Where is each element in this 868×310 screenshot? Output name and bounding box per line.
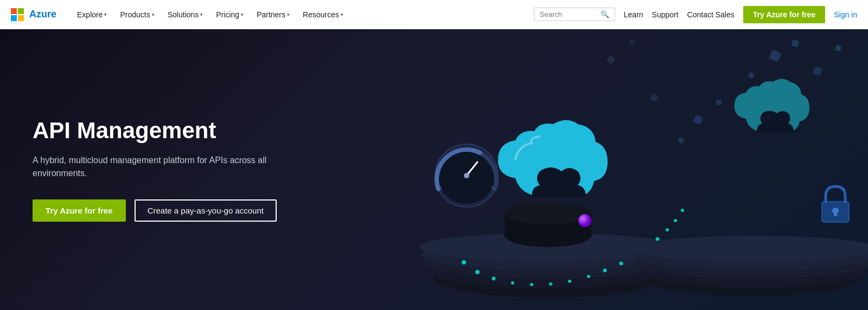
chevron-down-icon: ▾ bbox=[241, 12, 244, 17]
svg-rect-47 bbox=[716, 99, 722, 106]
nav-explore[interactable]: Explore ▾ bbox=[72, 7, 112, 22]
svg-rect-6 bbox=[629, 40, 635, 46]
logo-group[interactable]: Azure bbox=[11, 8, 56, 21]
svg-point-14 bbox=[505, 203, 591, 224]
hero-subtitle: A hybrid, multicloud management platform… bbox=[33, 154, 304, 180]
navbar: Azure Explore ▾ Products ▾ Solutions ▾ P… bbox=[0, 0, 868, 29]
svg-point-22 bbox=[587, 275, 590, 278]
pay-as-you-go-button[interactable]: Create a pay-as-you-go account bbox=[135, 199, 277, 222]
chevron-down-icon: ▾ bbox=[104, 12, 107, 17]
nav-pricing[interactable]: Pricing ▾ bbox=[210, 7, 249, 22]
svg-point-18 bbox=[511, 281, 514, 285]
svg-point-42 bbox=[630, 236, 868, 262]
nav-items: Explore ▾ Products ▾ Solutions ▾ Pricing… bbox=[72, 7, 534, 22]
try-azure-free-button[interactable]: Try Azure for free bbox=[33, 199, 126, 222]
svg-point-15 bbox=[462, 260, 466, 264]
nav-right: 🔍 Learn Support Contact Sales Try Azure … bbox=[534, 6, 857, 23]
hero-illustration bbox=[380, 29, 868, 310]
try-azure-button[interactable]: Try Azure for free bbox=[743, 6, 825, 23]
svg-point-21 bbox=[568, 280, 571, 283]
svg-point-37 bbox=[578, 214, 591, 227]
svg-point-28 bbox=[666, 228, 669, 231]
svg-rect-1 bbox=[792, 40, 800, 48]
microsoft-logo bbox=[11, 8, 24, 21]
chevron-down-icon: ▾ bbox=[287, 12, 290, 17]
nav-partners[interactable]: Partners ▾ bbox=[251, 7, 295, 22]
svg-point-34 bbox=[464, 173, 469, 178]
hero-section: API Management A hybrid, multicloud mana… bbox=[0, 29, 868, 310]
svg-rect-4 bbox=[835, 45, 841, 51]
svg-rect-45 bbox=[834, 211, 837, 216]
search-icon: 🔍 bbox=[601, 10, 609, 18]
svg-point-27 bbox=[656, 237, 660, 241]
svg-rect-5 bbox=[607, 55, 615, 64]
search-box[interactable]: 🔍 bbox=[534, 8, 615, 21]
nav-resources[interactable]: Resources ▾ bbox=[297, 7, 349, 22]
svg-point-23 bbox=[603, 269, 607, 273]
hero-title: API Management bbox=[33, 118, 304, 144]
svg-point-17 bbox=[492, 277, 496, 281]
hero-content: API Management A hybrid, multicloud mana… bbox=[0, 118, 336, 221]
svg-point-16 bbox=[475, 270, 480, 274]
svg-rect-0 bbox=[769, 49, 782, 62]
svg-rect-46 bbox=[693, 115, 704, 125]
chevron-down-icon: ▾ bbox=[341, 12, 343, 17]
svg-rect-3 bbox=[813, 66, 822, 76]
nav-solutions[interactable]: Solutions ▾ bbox=[162, 7, 209, 22]
svg-rect-49 bbox=[650, 93, 658, 101]
learn-link[interactable]: Learn bbox=[624, 10, 643, 19]
nav-products[interactable]: Products ▾ bbox=[114, 7, 159, 22]
search-input[interactable] bbox=[540, 10, 597, 18]
svg-point-30 bbox=[681, 209, 684, 212]
svg-point-20 bbox=[549, 282, 552, 286]
svg-rect-2 bbox=[748, 72, 755, 79]
svg-point-24 bbox=[620, 262, 623, 266]
contact-sales-link[interactable]: Contact Sales bbox=[687, 10, 735, 19]
svg-point-19 bbox=[530, 283, 533, 286]
sign-in-link[interactable]: Sign in bbox=[834, 10, 857, 19]
svg-point-29 bbox=[674, 219, 677, 222]
chevron-down-icon: ▾ bbox=[152, 12, 155, 17]
support-link[interactable]: Support bbox=[652, 10, 679, 19]
azure-brand: Azure bbox=[29, 9, 56, 20]
hero-buttons: Try Azure for free Create a pay-as-you-g… bbox=[33, 199, 304, 222]
svg-rect-48 bbox=[677, 137, 685, 144]
chevron-down-icon: ▾ bbox=[200, 12, 203, 17]
